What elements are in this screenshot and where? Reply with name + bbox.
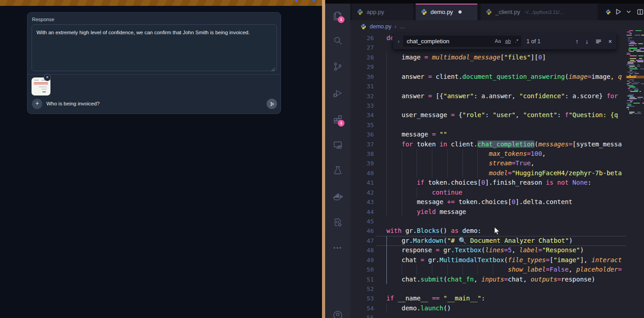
testing-flask-icon[interactable] bbox=[332, 165, 343, 176]
code-token: True bbox=[516, 159, 531, 167]
code-token: = bbox=[428, 73, 432, 80]
code-token: ( bbox=[443, 276, 447, 283]
modified-dot-icon[interactable] bbox=[458, 10, 462, 14]
chat-input-text[interactable]: Who is being invoiced? bbox=[46, 101, 100, 106]
code-token: = bbox=[557, 276, 561, 283]
docker-icon[interactable] bbox=[332, 191, 343, 202]
send-button[interactable] bbox=[267, 99, 277, 109]
code-token: ], bbox=[580, 256, 591, 263]
code-token: not bbox=[557, 179, 568, 186]
code-token: , bbox=[474, 276, 481, 283]
extensions-icon[interactable]: 1 bbox=[332, 114, 343, 125]
tab-sliver-python-icon[interactable] bbox=[605, 4, 611, 20]
whole-word-icon[interactable]: ab bbox=[505, 36, 511, 47]
find-input[interactable]: chat_completion Aa ab .* bbox=[403, 36, 521, 47]
code-line: chat.submit(chat_fn, inputs=chat, output… bbox=[386, 275, 626, 284]
run-dropdown-chevron-icon[interactable] bbox=[624, 7, 634, 17]
find-previous-icon[interactable]: ↑ bbox=[576, 38, 579, 45]
breadcrumb-file[interactable]: demo.py bbox=[370, 23, 391, 30]
line-number: 44 bbox=[350, 207, 374, 217]
code-token: file_types bbox=[508, 256, 546, 263]
minimap-line bbox=[636, 51, 644, 52]
indent-guide bbox=[463, 265, 463, 274]
editor-group: app.py demo.py _client.py ~/.../python3.… bbox=[350, 4, 644, 318]
remove-image-button[interactable]: × bbox=[44, 74, 51, 81]
run-debug-icon[interactable] bbox=[332, 88, 343, 99]
minimap-line bbox=[628, 109, 629, 110]
extensions-badge: 1 bbox=[338, 120, 345, 127]
line-number: 55 bbox=[350, 313, 374, 318]
add-file-button[interactable]: + bbox=[32, 99, 42, 109]
code-token: response) bbox=[561, 276, 595, 283]
minimap-line bbox=[631, 72, 636, 73]
match-case-icon[interactable]: Aa bbox=[494, 36, 501, 47]
code-token: response bbox=[386, 246, 436, 254]
code-token: 0 bbox=[481, 179, 485, 186]
line-number: 33 bbox=[350, 101, 374, 110]
more-actions-icon[interactable]: ••• bbox=[332, 243, 343, 254]
code-line: max_tokens=100, bbox=[386, 149, 626, 159]
tab-app-py[interactable]: app.py bbox=[352, 4, 413, 20]
code-token: , bbox=[516, 111, 523, 118]
code-token: ( bbox=[481, 246, 485, 254]
code-token: token.choices[ bbox=[455, 198, 512, 205]
minimap[interactable] bbox=[626, 26, 644, 116]
code-token: for bbox=[607, 92, 618, 100]
find-next-icon[interactable]: ↓ bbox=[585, 38, 589, 45]
indent-guide bbox=[402, 159, 402, 168]
code-token: submit bbox=[421, 276, 444, 283]
tab-client-py[interactable]: _client.py ~/.../python3.11/... bbox=[481, 4, 598, 20]
line-number: 31 bbox=[350, 82, 374, 91]
breadcrumb-ellipsis[interactable]: … bbox=[399, 23, 405, 30]
indent-guide bbox=[386, 72, 387, 82]
code-token: "# 🔍 Document Analyzer Chatbot" bbox=[447, 237, 569, 244]
code-token: chat. bbox=[386, 276, 421, 283]
minimap-line bbox=[629, 66, 635, 67]
minimap-line bbox=[635, 73, 639, 74]
indent-guide bbox=[463, 168, 463, 178]
find-close-icon[interactable]: × bbox=[608, 38, 612, 45]
minimap-line bbox=[630, 101, 632, 102]
indent-guide bbox=[386, 140, 387, 149]
minimap-line bbox=[629, 112, 635, 113]
explorer-icon[interactable]: 1 bbox=[332, 10, 343, 21]
code-token: if bbox=[386, 295, 394, 302]
code-token: : a.score} bbox=[565, 92, 607, 100]
line-number: 32 bbox=[350, 91, 374, 101]
regex-icon[interactable]: .* bbox=[515, 36, 518, 47]
minimap-line bbox=[629, 79, 634, 80]
project-tools-icon[interactable] bbox=[332, 217, 343, 228]
tab-demo-py[interactable]: demo.py bbox=[416, 4, 477, 20]
code-token: user_message bbox=[386, 111, 451, 118]
code-token: 5 bbox=[508, 246, 512, 254]
line-number: 48 bbox=[350, 245, 374, 255]
code-token: "user" bbox=[493, 111, 516, 118]
code-token: token.choices[ bbox=[424, 179, 481, 186]
code-token: += bbox=[447, 198, 455, 205]
code-token bbox=[436, 131, 440, 138]
find-expand-chevron-icon[interactable]: › bbox=[398, 38, 399, 45]
split-editor-icon[interactable] bbox=[635, 7, 644, 17]
code-token: image, bbox=[591, 73, 618, 80]
code-editor[interactable]: 2627282930313233343536373839404142434445… bbox=[350, 32, 644, 318]
account-icon[interactable] bbox=[332, 310, 343, 318]
run-python-file-button[interactable] bbox=[613, 7, 623, 17]
minimap-line bbox=[627, 95, 633, 96]
code-token: as bbox=[451, 227, 458, 234]
search-icon[interactable] bbox=[332, 35, 343, 46]
minimap-line bbox=[636, 60, 644, 61]
browser-icon-sliver bbox=[295, 0, 298, 2]
response-textarea[interactable]: With an extremely high level of confiden… bbox=[32, 24, 277, 71]
minimap-line bbox=[626, 54, 630, 55]
code-line: message += token.choices[0].delta.conten… bbox=[386, 197, 626, 207]
find-in-selection-icon[interactable] bbox=[595, 38, 602, 45]
code-token: ].delta.content bbox=[516, 198, 572, 205]
remote-explorer-icon[interactable] bbox=[332, 140, 343, 150]
line-number: 43 bbox=[350, 197, 374, 207]
minimap-line bbox=[639, 48, 644, 49]
source-control-icon[interactable] bbox=[332, 61, 343, 72]
indent-guide bbox=[402, 197, 402, 207]
code-token: messages bbox=[538, 141, 568, 148]
code-token: : bbox=[481, 295, 485, 302]
code-token: stream bbox=[489, 159, 512, 167]
